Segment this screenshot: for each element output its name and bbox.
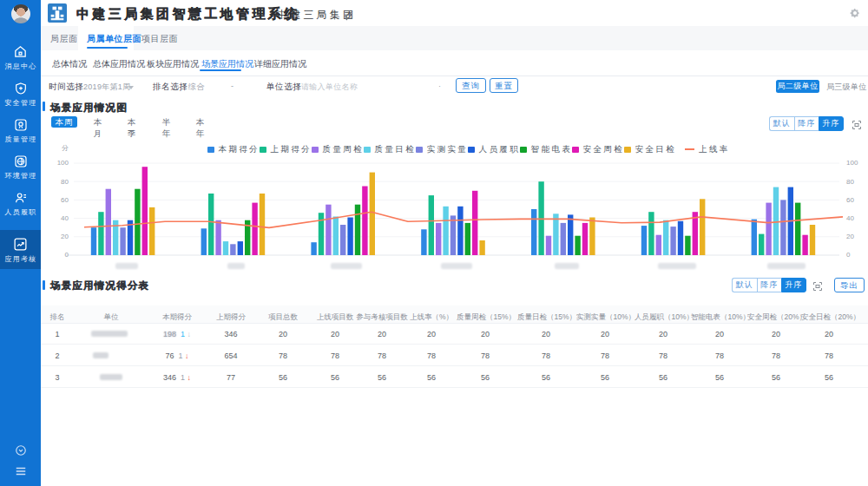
svg-text:40: 40	[61, 214, 69, 222]
svg-text:80: 80	[61, 178, 69, 186]
svg-text:100: 100	[846, 159, 858, 167]
svg-text:20: 20	[846, 233, 854, 240]
svg-text:40: 40	[846, 214, 854, 222]
svg-text:20: 20	[61, 233, 69, 240]
svg-text:0: 0	[846, 251, 851, 259]
svg-text:100: 100	[57, 159, 69, 167]
svg-text:80: 80	[846, 178, 854, 186]
svg-text:分: 分	[62, 144, 69, 152]
svg-text:60: 60	[846, 196, 854, 204]
svg-text:60: 60	[61, 196, 69, 204]
svg-text:0: 0	[65, 251, 69, 259]
